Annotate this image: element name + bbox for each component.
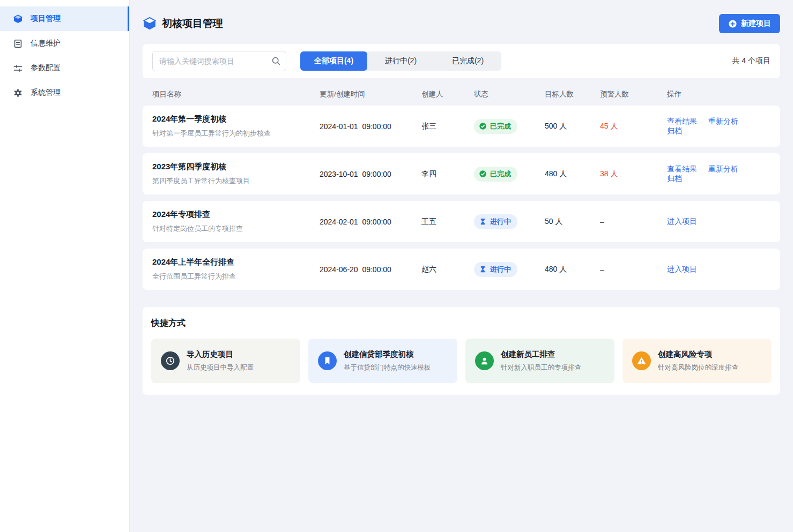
clock-icon <box>165 356 175 366</box>
project-creator: 张三 <box>421 122 474 131</box>
main-content: 初核项目管理 新建项目 全部项目(4) 进行 <box>130 0 793 532</box>
toolbar: 全部项目(4) 进行中(2) 已完成(2) 共 4 个项目 <box>143 44 780 78</box>
project-name: 2024年专项排查 <box>152 209 320 220</box>
column-header-creator: 创建人 <box>421 89 474 99</box>
status-label: 已完成 <box>490 169 511 179</box>
project-name: 2024年上半年全行排查 <box>152 257 320 267</box>
action-link[interactable]: 归档 <box>667 126 682 135</box>
project-time: 2024-06-20 09:00:00 <box>320 265 421 274</box>
shortcut-description: 针对新入职员工的专项排查 <box>501 363 581 372</box>
action-link[interactable]: 重新分析 <box>708 117 738 125</box>
shortcuts-grid: 导入历史项目 从历史项目中导入配置 <box>151 339 772 383</box>
warning-triangle-icon <box>636 356 647 366</box>
sidebar-item-label: 参数配置 <box>31 63 61 73</box>
search-icon[interactable] <box>271 56 281 66</box>
new-project-button[interactable]: 新建项目 <box>719 14 780 33</box>
filter-tabs: 全部项目(4) 进行中(2) 已完成(2) <box>300 51 501 71</box>
action-link[interactable]: 重新分析 <box>708 164 738 173</box>
sidebar-item[interactable]: 信息维护 <box>0 31 129 56</box>
project-warning-count: – <box>600 218 667 226</box>
plus-circle-icon <box>728 19 737 28</box>
shortcut-card[interactable]: 导入历史项目 从历史项目中导入配置 <box>151 339 300 383</box>
person-icon <box>479 356 490 366</box>
status-badge: 进行中 <box>474 214 517 229</box>
project-creator: 李四 <box>421 169 474 179</box>
status-label: 已完成 <box>490 122 511 131</box>
project-time: 2023-10-01 09:00:00 <box>320 170 421 178</box>
status-label: 进行中 <box>490 217 511 227</box>
table-row: 2024年上半年全行排查 全行范围员工异常行为排查 2024-06-20 09:… <box>143 249 780 290</box>
shortcut-description: 从历史项目中导入配置 <box>187 363 254 372</box>
sidebar-item[interactable]: 参数配置 <box>0 56 129 80</box>
table-row: 2023年第四季度初核 第四季度员工异常行为核查项目 2023-10-01 09… <box>143 153 780 194</box>
project-description: 第四季度员工异常行为核查项目 <box>152 176 320 186</box>
search-input[interactable] <box>152 51 286 71</box>
project-status-cell: 进行中 <box>474 262 545 277</box>
project-actions: 进入项目 <box>667 265 770 274</box>
sidebar-item-label: 系统管理 <box>31 88 61 98</box>
shortcut-icon-circle <box>161 351 180 370</box>
column-header-time: 更新/创建时间 <box>320 89 421 99</box>
column-header-name: 项目名称 <box>152 89 320 99</box>
shortcut-text: 创建新员工排查 针对新入职员工的专项排查 <box>501 349 581 372</box>
cube-icon <box>13 14 23 24</box>
status-badge: 已完成 <box>474 167 517 182</box>
sidebar-item-label: 项目管理 <box>31 14 61 24</box>
project-list: 2024年第一季度初核 针对第一季度员工异常行为的初步核查 2024-01-01… <box>143 106 780 296</box>
shortcut-description: 基于信贷部门特点的快速模板 <box>344 363 431 372</box>
shortcut-icon-circle <box>632 351 651 370</box>
shortcut-card[interactable]: 创建新员工排查 针对新入职员工的专项排查 <box>465 339 614 383</box>
shortcut-icon-circle <box>475 351 494 370</box>
sliders-icon <box>13 63 23 73</box>
shortcut-title: 创建信贷部季度初核 <box>344 349 431 359</box>
project-creator: 王五 <box>421 217 474 227</box>
bookmark-icon <box>322 356 332 366</box>
column-header-warning: 预警人数 <box>600 89 667 99</box>
shortcut-card[interactable]: 创建高风险专项 针对高风险岗位的深度排查 <box>622 339 772 383</box>
column-header-status: 状态 <box>474 89 545 99</box>
shortcut-card[interactable]: 创建信贷部季度初核 基于信贷部门特点的快速模板 <box>308 339 457 383</box>
project-name-cell: 2024年上半年全行排查 全行范围员工异常行为排查 <box>152 257 320 281</box>
check-circle-icon <box>479 170 487 178</box>
project-target-count: 480 人 <box>545 169 600 179</box>
sidebar-item[interactable]: 项目管理 <box>0 6 129 31</box>
search-box <box>152 51 286 71</box>
action-link[interactable]: 查看结果 <box>667 164 697 173</box>
project-status-cell: 进行中 <box>474 214 545 229</box>
total-projects-label: 共 4 个项目 <box>732 56 770 66</box>
project-target-count: 50 人 <box>545 217 600 227</box>
shortcut-text: 导入历史项目 从历史项目中导入配置 <box>187 349 254 372</box>
shortcut-title: 创建新员工排查 <box>501 349 581 359</box>
shortcuts-title: 快捷方式 <box>151 318 772 329</box>
project-status-cell: 已完成 <box>474 119 545 134</box>
shortcut-text: 创建信贷部季度初核 基于信贷部门特点的快速模板 <box>344 349 431 372</box>
project-warning-count: 45 人 <box>600 122 667 131</box>
cube-icon <box>143 17 157 31</box>
project-name: 2023年第四季度初核 <box>152 162 320 172</box>
project-actions: 进入项目 <box>667 217 770 227</box>
shortcut-description: 针对高风险岗位的深度排查 <box>658 363 738 372</box>
filter-tab[interactable]: 已完成(2) <box>434 51 501 71</box>
project-warning-count: – <box>600 265 667 274</box>
sidebar-item[interactable]: 系统管理 <box>0 80 129 105</box>
page-title-wrap: 初核项目管理 <box>143 17 223 31</box>
action-link[interactable]: 查看结果 <box>667 117 697 125</box>
project-name-cell: 2024年专项排查 针对特定岗位员工的专项排查 <box>152 209 320 234</box>
column-header-target: 目标人数 <box>545 89 600 99</box>
status-badge: 已完成 <box>474 119 517 134</box>
filter-tab[interactable]: 进行中(2) <box>367 51 434 71</box>
shortcut-title: 导入历史项目 <box>187 349 254 359</box>
shortcut-icon-circle <box>318 351 337 370</box>
action-link[interactable]: 进入项目 <box>667 265 697 273</box>
filter-tab[interactable]: 全部项目(4) <box>300 51 367 71</box>
project-target-count: 480 人 <box>545 265 600 274</box>
status-label: 进行中 <box>490 265 511 274</box>
project-name-cell: 2023年第四季度初核 第四季度员工异常行为核查项目 <box>152 162 320 186</box>
shortcut-title: 创建高风险专项 <box>658 349 738 359</box>
project-actions: 查看结果 重新分析 归档 <box>667 164 770 184</box>
action-link[interactable]: 归档 <box>667 174 682 183</box>
action-link[interactable]: 进入项目 <box>667 217 697 226</box>
hourglass-icon <box>479 218 487 226</box>
page-title: 初核项目管理 <box>162 17 223 31</box>
shortcut-text: 创建高风险专项 针对高风险岗位的深度排查 <box>658 349 738 372</box>
